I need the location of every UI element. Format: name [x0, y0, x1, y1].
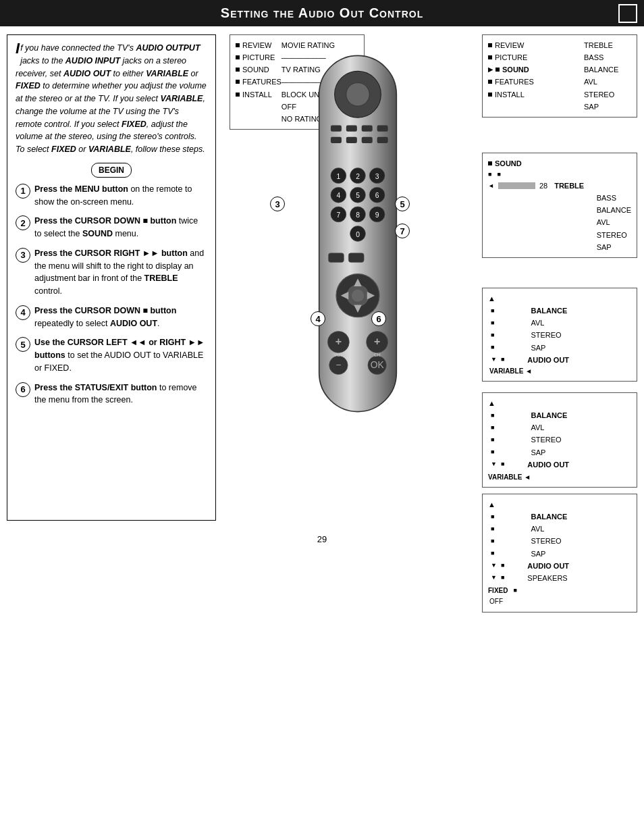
svg-rect-4 [346, 126, 357, 132]
svg-text:+: + [336, 335, 342, 347]
step-6-text: Press the STATUS/EXIT button to remove t… [34, 382, 207, 407]
step-marker-4: 4 [311, 311, 325, 326]
arrow-icon: ▶ [488, 65, 493, 75]
item-3-stereo: STEREO [597, 229, 631, 241]
arrow-icon: ▼ [491, 561, 497, 571]
up-arrow-icon: ▲ [488, 397, 495, 409]
sq-icon: ■ [491, 447, 494, 457]
item-3-avl: AVL [597, 216, 631, 228]
svg-rect-32 [348, 253, 364, 263]
tv-box-2: REVIEW PICTURE ▶ SOUND [482, 34, 637, 118]
intro-text: f you have connected the TV's AUDIO OUTP… [16, 43, 207, 154]
tv-row-2-features: FEATURES [488, 76, 584, 88]
sq-icon [488, 43, 492, 47]
sq-icon: ■ [491, 318, 494, 328]
tv-row-6-audio-out: ▼ ■ AUDIO OUT [488, 560, 631, 572]
page-header: Setting the Audio Out Control [0, 0, 644, 26]
sq-icon [236, 80, 240, 84]
svg-text:CH: CH [374, 353, 381, 357]
variable-label-4: VARIABLE ◄ [489, 366, 631, 377]
step-3-number: 3 [16, 248, 30, 263]
svg-text:VOL: VOL [333, 353, 343, 357]
svg-rect-31 [328, 253, 344, 263]
item-balance: BALANCE [584, 63, 631, 76]
item-4-sap: SAP [531, 342, 545, 354]
remote-illustration: 1 2 3 4 5 6 7 8 9 0 [290, 48, 439, 440]
svg-text:5: 5 [356, 192, 360, 199]
menu-screen-2: REVIEW PICTURE ▶ SOUND [482, 34, 637, 124]
item-features: FEATURES [242, 76, 281, 88]
tv-box-6: ▲ ■ BALANCE ■ AVL ■ STEREO ■ [482, 494, 637, 613]
tv-row-install: INSTALL [236, 88, 281, 101]
menu-screen-3: SOUND ■ ■ ◄ 28 TREBLE [482, 153, 637, 265]
step-marker-5: 5 [395, 197, 410, 211]
tv-box-2-right: TREBLE BASS BALANCE AVL STEREO SAP [584, 39, 631, 113]
tv-row-2-install: INSTALL [488, 88, 584, 101]
svg-rect-6 [377, 126, 388, 132]
tv-row-5-sap: ■ SAP [488, 446, 631, 459]
sq-icon: ■ [501, 355, 504, 365]
sq-icon: ■ [501, 459, 504, 469]
tv-row-4-stereo: ■ STEREO [488, 329, 631, 341]
sq-icon: ■ [501, 561, 504, 571]
item-5-avl: AVL [531, 421, 544, 434]
sq-icon: ■ [491, 512, 494, 522]
begin-badge: BEGIN [91, 163, 132, 178]
sq-icon [236, 68, 240, 72]
tv-row-4-dot: ■ BALANCE [488, 305, 631, 317]
up-arrow-icon: ▲ [488, 498, 495, 511]
tv-row-review: REVIEW [236, 39, 281, 51]
instructions-panel: If you have connected the TV's AUDIO OUT… [7, 34, 216, 521]
tv-row-2-sound: ▶ SOUND [488, 63, 584, 76]
tv-row-6-speakers: ▼ ■ SPEAKERS [488, 572, 631, 584]
item-3-sound: SOUND [495, 157, 631, 170]
capital-i: I [16, 42, 20, 55]
sq-icon [488, 161, 492, 165]
svg-text:2: 2 [356, 173, 360, 180]
sq-icon [495, 68, 500, 72]
step-5: 5 Use the CURSOR LEFT ◄◄ or RIGHT ►► but… [16, 336, 207, 374]
item-5-sap: SAP [531, 446, 545, 459]
tv-row-5-stereo: ■ STEREO [488, 434, 631, 446]
svg-rect-9 [362, 137, 373, 143]
svg-rect-10 [377, 137, 388, 143]
tv-row-3-dots: ■ ■ [488, 170, 631, 180]
item-2-install: INSTALL [495, 88, 584, 101]
arrow-icon: ▼ [491, 459, 497, 469]
svg-text:6: 6 [375, 192, 379, 199]
item-3-balance: BALANCE [597, 204, 631, 216]
tv-box-1-left: REVIEW PICTURE SOUND [236, 39, 281, 125]
variable-row-5: VARIABLE ◄ [488, 472, 631, 484]
dot-icon: ■ [488, 170, 491, 180]
item-2-review: REVIEW [495, 39, 584, 51]
dot-icon-2: ■ [497, 170, 500, 180]
fixed-off-row: FIXED ■ [488, 585, 631, 597]
item-6-audio-out: AUDIO OUT [527, 560, 569, 572]
sq-icon: ■ [491, 536, 494, 546]
svg-text:4: 4 [336, 192, 340, 199]
sq-icon [236, 43, 240, 47]
arrow-icon: ▼ [491, 573, 497, 583]
item-5-balance: BALANCE [531, 409, 567, 421]
svg-text:9: 9 [375, 211, 379, 219]
svg-point-2 [346, 83, 369, 106]
item-treble: TREBLE [584, 39, 631, 51]
tv-row-5-audio-out: ▼ ■ AUDIO OUT [488, 459, 631, 471]
item-3-sap: SAP [597, 241, 631, 253]
off-label: OFF [489, 596, 631, 608]
tv-row-6-stereo: ■ STEREO [488, 535, 631, 547]
tv-row-sound: SOUND [236, 63, 281, 76]
tv-row-2-picture: PICTURE [488, 51, 584, 63]
step-2: 2 Press the CURSOR DOWN ■ button twice t… [16, 215, 207, 240]
sq-icon: ■ [491, 423, 494, 433]
tv-row-5-avl: ■ AVL [488, 421, 631, 434]
tv-box-3-right: BASS BALANCE AVL STEREO SAP [597, 192, 631, 253]
tv-row-4-avl: ■ AVL [488, 317, 631, 329]
step-2-number: 2 [16, 215, 30, 230]
tv-row-3-treble-bar: ◄ 28 TREBLE [488, 180, 631, 192]
tv-row-6-sap: ■ SAP [488, 548, 631, 560]
step-marker-3: 3 [270, 197, 285, 211]
tv-row-3-sound-header: SOUND [488, 157, 631, 170]
step-6: 6 Press the STATUS/EXIT button to remove… [16, 382, 207, 407]
sq-icon [236, 93, 240, 97]
